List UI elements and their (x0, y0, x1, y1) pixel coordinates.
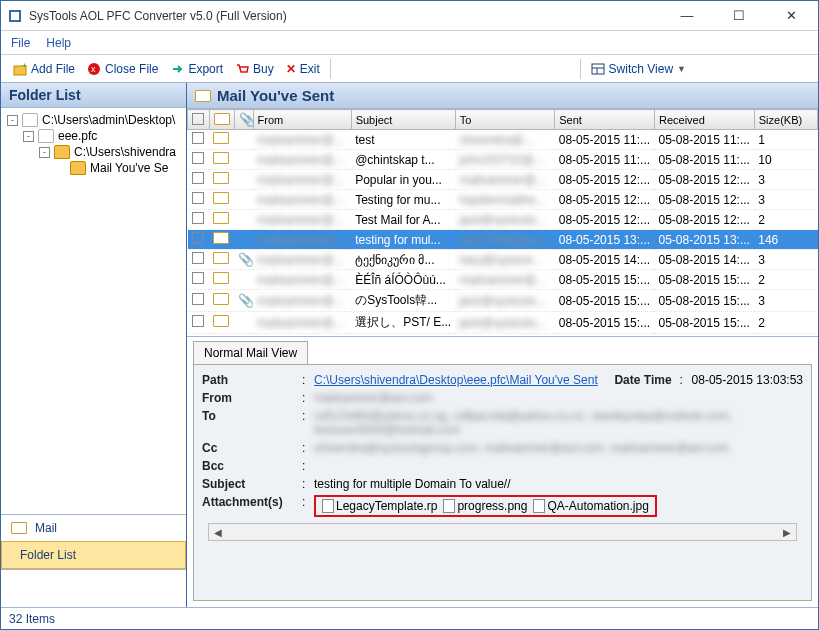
add-file-icon: + (13, 62, 27, 76)
maximize-button[interactable]: ☐ (718, 2, 760, 30)
preview-pane: Normal Mail View Path: C:\Users\shivendr… (187, 337, 818, 607)
row-checkbox[interactable] (192, 132, 204, 144)
cell-received: 05-08-2015 12:... (654, 210, 754, 230)
menu-file[interactable]: File (11, 36, 30, 50)
column-header[interactable] (188, 110, 210, 130)
column-header[interactable]: Size(KB) (754, 110, 817, 130)
cell-from: mailxaminer@... (257, 253, 344, 267)
cell-received: 05-08-2015 15:... (654, 270, 754, 290)
cell-subject: のSysTools韓... (351, 290, 455, 312)
add-file-label: Add File (31, 62, 75, 76)
column-header[interactable]: Subject (351, 110, 455, 130)
table-row[interactable]: mailxaminer@...ÈÉÎñ áÍÓÒÔùú...mailxamine… (188, 270, 818, 290)
preview-h-scroll[interactable]: ◀ ▶ (208, 523, 797, 541)
expand-icon[interactable]: - (23, 131, 34, 142)
cell-sent: 08-05-2015 12:... (555, 170, 655, 190)
cell-subject: ტექნიკური მ... (351, 250, 455, 270)
cell-to: haydenmatthe... (459, 193, 545, 207)
column-header[interactable]: From (253, 110, 351, 130)
mail-icon (213, 232, 229, 244)
mail-grid[interactable]: 📎FromSubjectToSentReceivedSize(KB) mailx… (187, 109, 818, 337)
row-checkbox[interactable] (192, 152, 204, 164)
row-checkbox[interactable] (192, 315, 204, 327)
file-icon (533, 499, 545, 513)
mail-table: 📎FromSubjectToSentReceivedSize(KB) mailx… (187, 109, 818, 334)
cell-received: 05-08-2015 15:... (654, 290, 754, 312)
cell-subject: 選択し、PST/ E... (351, 312, 455, 334)
cell-from: mailxaminer@... (257, 193, 344, 207)
attachment-item[interactable]: QA-Automation.jpg (533, 499, 648, 513)
cell-to: jack@systools... (459, 213, 546, 227)
export-button[interactable]: Export (164, 60, 229, 78)
tree-node[interactable]: -C:\Users\admin\Desktop\ (3, 112, 184, 128)
cell-from: mailxaminer@... (257, 153, 344, 167)
cell-sent: 08-05-2015 12:... (555, 210, 655, 230)
row-checkbox[interactable] (192, 172, 204, 184)
svg-text:+: + (22, 62, 27, 70)
row-checkbox[interactable] (192, 252, 204, 264)
table-row[interactable]: 📎mailxaminer@...ტექნიკური მ...hary@systo… (188, 250, 818, 270)
cell-to: mailxaminer@... (459, 273, 546, 287)
close-file-icon: x (87, 62, 101, 76)
expand-icon[interactable]: - (7, 115, 18, 126)
app-logo-icon (7, 8, 23, 24)
table-row[interactable]: 📎mailxaminer@...のSysTools韓...jack@systoo… (188, 290, 818, 312)
row-checkbox[interactable] (192, 272, 204, 284)
window-title: SysTools AOL PFC Converter v5.0 (Full Ve… (29, 9, 666, 23)
scroll-right-icon[interactable]: ▶ (778, 527, 796, 538)
svg-rect-1 (11, 12, 19, 20)
nav-mail[interactable]: Mail (1, 514, 186, 541)
attachment-item[interactable]: progress.png (443, 499, 527, 513)
table-row[interactable]: mailxaminer@...testing for mul...cdf1234… (188, 230, 818, 250)
cell-received: 05-08-2015 11:... (654, 130, 754, 150)
row-checkbox[interactable] (192, 232, 204, 244)
buy-button[interactable]: Buy (229, 60, 280, 78)
toolbar-separator (330, 59, 331, 79)
cell-from: mailxaminer@... (257, 173, 344, 187)
mail-icon (213, 293, 229, 305)
row-checkbox[interactable] (192, 293, 204, 305)
cell-from: mailxaminer@... (257, 294, 344, 308)
column-header[interactable]: To (455, 110, 555, 130)
close-file-button[interactable]: x Close File (81, 60, 164, 78)
switch-view-button[interactable]: Switch View ▼ (585, 60, 692, 78)
tree-node[interactable]: Mail You've Se (3, 160, 184, 176)
close-button[interactable]: ✕ (770, 2, 812, 30)
folder-tree[interactable]: -C:\Users\admin\Desktop\-eee.pfc-C:\User… (1, 108, 186, 498)
column-header[interactable]: Sent (555, 110, 655, 130)
table-row[interactable]: mailxaminer@...Test Mail for A...jack@sy… (188, 210, 818, 230)
exit-button[interactable]: ✕ Exit (280, 60, 326, 78)
titlebar: SysTools AOL PFC Converter v5.0 (Full Ve… (1, 1, 818, 31)
table-row[interactable]: mailxaminer@...Popular in you...mailxami… (188, 170, 818, 190)
tab-normal-mail-view[interactable]: Normal Mail View (193, 341, 308, 364)
table-row[interactable]: mailxaminer@...選択し、PST/ E...jack@systool… (188, 312, 818, 334)
menu-help[interactable]: Help (46, 36, 71, 50)
label-path: Path (202, 373, 302, 387)
column-header[interactable]: 📎 (234, 110, 253, 130)
table-row[interactable]: mailxaminer@...@chintskap t...john203732… (188, 150, 818, 170)
scroll-left-icon[interactable]: ◀ (209, 527, 227, 538)
checkbox-all[interactable] (192, 113, 204, 125)
export-label: Export (188, 62, 223, 76)
tree-node[interactable]: -eee.pfc (3, 128, 184, 144)
row-checkbox[interactable] (192, 212, 204, 224)
path-link[interactable]: C:\Users\shivendra\Desktop\eee.pfc\Mail … (314, 373, 598, 387)
chevron-down-icon: ▼ (677, 64, 686, 74)
cell-received: 05-08-2015 15:... (654, 312, 754, 334)
value-datetime: 08-05-2015 13:03:53 (692, 373, 803, 387)
attachment-icon: 📎 (239, 112, 249, 127)
row-checkbox[interactable] (192, 192, 204, 204)
column-header[interactable]: Received (654, 110, 754, 130)
nav-folder-list[interactable]: Folder List (1, 541, 186, 569)
attachment-item[interactable]: LegacyTemplate.rp (322, 499, 437, 513)
cell-subject: testing for mul... (351, 230, 455, 250)
expand-icon[interactable]: - (39, 147, 50, 158)
tree-node[interactable]: -C:\Users\shivendra (3, 144, 184, 160)
minimize-button[interactable]: — (666, 2, 708, 30)
column-header[interactable] (209, 110, 234, 130)
mail-icon (213, 252, 229, 264)
tree-h-scroll[interactable] (1, 498, 186, 514)
add-file-button[interactable]: + Add File (7, 60, 81, 78)
table-row[interactable]: mailxaminer@...testshivendra@...08-05-20… (188, 130, 818, 150)
table-row[interactable]: mailxaminer@...Testing for mu...haydenma… (188, 190, 818, 210)
